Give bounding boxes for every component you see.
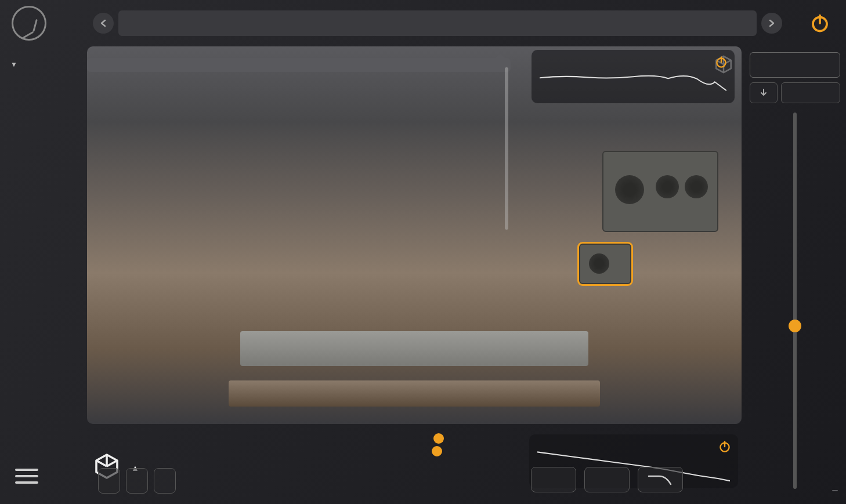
room-viewport[interactable] xyxy=(87,46,742,424)
mode-ambient[interactable] xyxy=(154,468,176,494)
hq-badge xyxy=(832,490,838,491)
mixer-desk xyxy=(240,331,588,366)
snapshot-item-my-preset[interactable] xyxy=(6,96,81,117)
power-button[interactable] xyxy=(805,9,834,38)
mode-phones[interactable] xyxy=(98,468,120,494)
preset-selector[interactable] xyxy=(118,10,757,36)
brightness-slider[interactable] xyxy=(435,449,439,453)
preset-prev-button[interactable] xyxy=(93,13,114,34)
filter-button[interactable] xyxy=(638,467,683,492)
dropdown-scrollbar[interactable] xyxy=(505,67,508,230)
mode-normal[interactable] xyxy=(126,468,148,494)
limiter-readout xyxy=(781,82,840,103)
preset-next-button[interactable] xyxy=(761,13,782,34)
selected-speaker[interactable] xyxy=(579,244,631,284)
environment-slider[interactable] xyxy=(435,437,439,440)
snapshot-dropdown-panel xyxy=(87,58,511,72)
spectrum-top xyxy=(532,50,735,103)
brand-logo xyxy=(12,6,46,41)
output-slider[interactable] xyxy=(750,113,840,489)
side-button[interactable] xyxy=(584,467,630,492)
limiter-button[interactable] xyxy=(750,52,840,78)
menu-button[interactable] xyxy=(15,465,38,488)
down-arrow-button[interactable] xyxy=(750,82,778,103)
mono-button[interactable] xyxy=(531,467,576,492)
chevron-down-icon: ▼ xyxy=(10,60,17,68)
snapshots-dropdown[interactable]: ▼ xyxy=(6,52,81,73)
